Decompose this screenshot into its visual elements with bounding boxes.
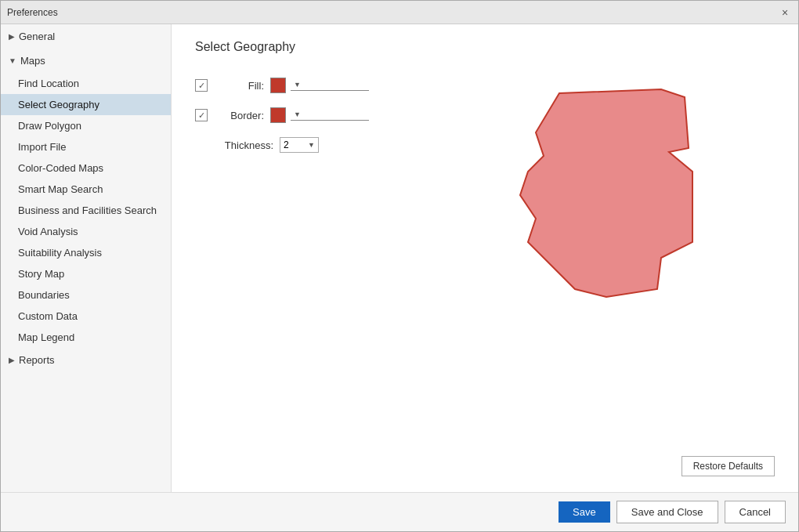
sidebar-item-biz-facilities[interactable]: Business and Facilities Search [1, 200, 171, 221]
reports-label: Reports [19, 354, 55, 366]
sidebar-item-color-coded-maps[interactable]: Color-Coded Maps [1, 157, 171, 179]
thickness-dropdown[interactable]: 2 ▼ [280, 137, 319, 153]
titlebar: Preferences × [1, 1, 798, 24]
fill-color-picker[interactable] [270, 78, 286, 93]
form-controls: Fill: ▼ Border: [195, 78, 430, 448]
sidebar-item-custom-data[interactable]: Custom Data [1, 306, 171, 327]
fill-style-dropdown[interactable]: ▼ [291, 81, 369, 91]
close-button[interactable]: × [778, 5, 792, 20]
fill-line [304, 84, 369, 85]
sidebar-section-maps[interactable]: ▼ Maps [1, 49, 171, 73]
sidebar-item-void-analysis[interactable]: Void Analysis [1, 221, 171, 242]
geography-shape [520, 89, 692, 297]
content-wrapper: Select Geography Fill: ▼ [195, 40, 775, 476]
general-label: General [19, 31, 55, 42]
border-checkbox[interactable] [195, 109, 208, 121]
fill-label: Fill: [217, 80, 264, 92]
sidebar-item-draw-polygon[interactable]: Draw Polygon [1, 115, 171, 136]
sidebar-section-general[interactable]: ▶ General [1, 24, 171, 49]
sidebar-section-reports[interactable]: ▶ Reports [1, 348, 171, 372]
window-title: Preferences [7, 7, 58, 18]
reports-arrow-icon: ▶ [9, 356, 15, 364]
border-dropdown-arrow-icon: ▼ [294, 110, 301, 118]
fill-checkbox[interactable] [195, 79, 208, 92]
map-preview [430, 78, 775, 448]
sidebar-item-story-map[interactable]: Story Map [1, 263, 171, 284]
restore-row: Restore Defaults [195, 448, 775, 476]
sidebar-item-map-legend[interactable]: Map Legend [1, 327, 171, 348]
form-area: Fill: ▼ Border: [195, 78, 775, 448]
border-row: Border: ▼ [195, 107, 430, 123]
maps-arrow-icon: ▼ [9, 56, 16, 65]
border-label: Border: [217, 110, 264, 121]
main-content: ▶ General ▼ Maps Find Location Select Ge… [1, 24, 798, 492]
bottom-bar: Save Save and Close Cancel [1, 492, 798, 531]
sidebar-maps-items: Find Location Select Geography Draw Poly… [1, 73, 171, 348]
sidebar-item-import-file[interactable]: Import File [1, 136, 171, 157]
thickness-row: Thickness: 2 ▼ [195, 137, 430, 153]
save-and-close-button[interactable]: Save and Close [616, 501, 718, 523]
cancel-button[interactable]: Cancel [725, 501, 786, 523]
thickness-value: 2 [284, 139, 308, 150]
content-area: Select Geography Fill: ▼ [172, 24, 798, 492]
thickness-label: Thickness: [217, 139, 273, 151]
sidebar-item-boundaries[interactable]: Boundaries [1, 284, 171, 306]
fill-dropdown-arrow-icon: ▼ [294, 81, 301, 89]
thickness-dropdown-arrow-icon: ▼ [308, 141, 315, 149]
geography-preview-svg [504, 85, 716, 305]
border-color-picker[interactable] [270, 107, 286, 123]
sidebar-item-find-location[interactable]: Find Location [1, 73, 171, 94]
page-title: Select Geography [195, 40, 775, 54]
sidebar-item-suitability-analysis[interactable]: Suitability Analysis [1, 242, 171, 263]
maps-label: Maps [20, 55, 45, 67]
save-button[interactable]: Save [559, 501, 610, 523]
restore-defaults-button[interactable]: Restore Defaults [682, 456, 775, 476]
preferences-window: Preferences × ▶ General ▼ Maps Find Loca… [0, 0, 799, 532]
general-arrow-icon: ▶ [9, 32, 15, 41]
sidebar: ▶ General ▼ Maps Find Location Select Ge… [1, 24, 172, 492]
fill-row: Fill: ▼ [195, 78, 430, 93]
sidebar-item-select-geography[interactable]: Select Geography [1, 94, 171, 115]
border-line [304, 114, 369, 114]
border-style-dropdown[interactable]: ▼ [291, 110, 369, 121]
sidebar-item-smart-map-search[interactable]: Smart Map Search [1, 179, 171, 200]
